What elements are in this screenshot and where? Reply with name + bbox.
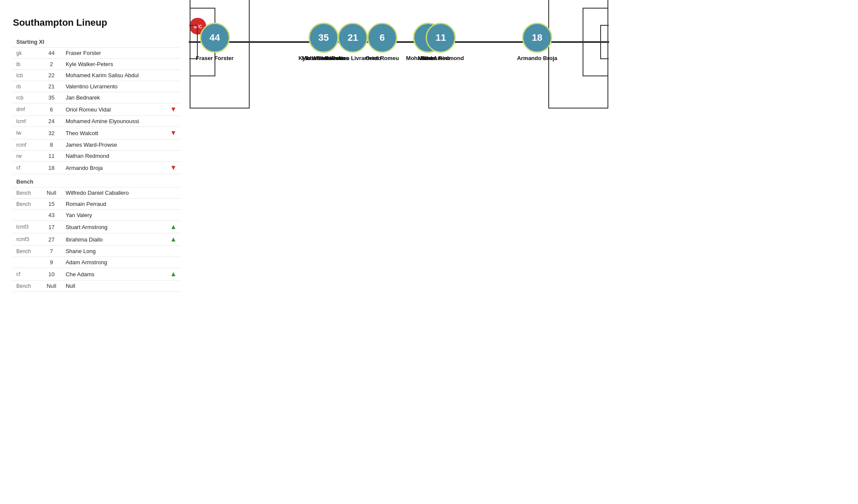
- lineup-table: Starting XIgk44Fraser Forsterlb2Kyle Wal…: [13, 34, 180, 292]
- player-status-icon: ▲: [166, 221, 180, 233]
- player-node-armando: 18Armando Broja: [517, 23, 557, 61]
- player-name: Valentino Livramento: [62, 81, 166, 92]
- player-name: Mohamed Karim Salisu Abdul: [62, 70, 166, 81]
- player-role: lcmf: [13, 116, 41, 127]
- player-role: lcmf3: [13, 221, 41, 233]
- player-name: Jan Bednarek: [62, 92, 166, 103]
- table-row: 43Yan Valery: [13, 210, 180, 221]
- player-status-icon: [166, 257, 180, 268]
- table-row: lcmf317Stuart Armstrong▲: [13, 221, 180, 233]
- arrow-up-icon: ▲: [170, 270, 177, 278]
- player-role: cf: [13, 162, 41, 174]
- player-number: 2: [41, 59, 62, 70]
- player-name: Ibrahima Diallo: [62, 233, 166, 246]
- table-row: lcb22Mohamed Karim Salisu Abdul: [13, 70, 180, 81]
- player-name: Kyle Walker-Peters: [62, 59, 166, 70]
- player-role: rcmf3: [13, 233, 41, 246]
- player-status-icon: ▲: [166, 268, 180, 281]
- player-status-icon: [166, 92, 180, 103]
- player-name: Null: [62, 281, 166, 292]
- player-role: [13, 210, 41, 221]
- player-name-label: Nathan Redmond: [418, 55, 464, 61]
- player-status-icon: ▲: [166, 233, 180, 246]
- player-name: Armando Broja: [62, 162, 166, 174]
- player-number: 24: [41, 116, 62, 127]
- player-role: [13, 257, 41, 268]
- player-status-icon: [166, 281, 180, 292]
- player-number: 22: [41, 70, 62, 81]
- section-label: Bench: [13, 174, 180, 187]
- table-row: dmf6Oriol Romeu Vidal▼: [13, 103, 180, 116]
- table-row: rcmf8James Ward-Prowse: [13, 139, 180, 151]
- panel-title: Southampton Lineup: [13, 17, 180, 28]
- player-status-icon: ▼: [166, 103, 180, 116]
- player-circle: 11: [426, 23, 456, 53]
- player-status-icon: [166, 48, 180, 59]
- lineup-panel: Southampton Lineup Starting XIgk44Fraser…: [13, 17, 180, 292]
- player-role: rb: [13, 81, 41, 92]
- player-number: Null: [41, 281, 62, 292]
- player-role: cf: [13, 268, 41, 281]
- player-number: 6: [41, 103, 62, 116]
- table-row: cf18Armando Broja▼: [13, 162, 180, 174]
- player-status-icon: [166, 151, 180, 162]
- player-node-valentino: 21Valentino Livramento: [325, 23, 381, 61]
- player-name: Nathan Redmond: [62, 151, 166, 162]
- player-role: rcmf: [13, 139, 41, 151]
- player-role: lw: [13, 127, 41, 139]
- player-status-icon: [166, 246, 180, 257]
- player-number: 32: [41, 127, 62, 139]
- player-role: rw: [13, 151, 41, 162]
- table-row: gk44Fraser Forster: [13, 48, 180, 59]
- player-status-icon: [166, 187, 180, 199]
- player-node-nathan: 11Nathan Redmond: [418, 23, 464, 61]
- player-status-icon: ▼: [166, 162, 180, 174]
- arrow-down-icon: ▼: [170, 129, 177, 136]
- player-role: gk: [13, 48, 41, 59]
- player-name: Oriol Romeu Vidal: [62, 103, 166, 116]
- player-status-icon: [166, 210, 180, 221]
- right-goal: [600, 25, 609, 59]
- player-number: 21: [41, 81, 62, 92]
- formation-panel: SFC 44Fraser Forster2Kyle Walker-Peters3…: [189, 17, 845, 43]
- player-number: 18: [41, 162, 62, 174]
- table-row: lcmf24Mohamed Amine Elyounoussi: [13, 116, 180, 127]
- player-name: Romain Perraud: [62, 199, 166, 210]
- player-status-icon: [166, 139, 180, 151]
- table-row: Bench7Shane Long: [13, 246, 180, 257]
- player-node-fraser: 44Fraser Forster: [196, 23, 233, 61]
- table-row: lb2Kyle Walker-Peters: [13, 59, 180, 70]
- player-name: Theo Walcott: [62, 127, 166, 139]
- table-row: rcb35Jan Bednarek: [13, 92, 180, 103]
- table-row: BenchNullNull: [13, 281, 180, 292]
- player-number: 10: [41, 268, 62, 281]
- player-status-icon: [166, 70, 180, 81]
- table-row: rw11Nathan Redmond: [13, 151, 180, 162]
- section-label: Starting XI: [13, 34, 180, 48]
- player-number: 43: [41, 210, 62, 221]
- player-role: lb: [13, 59, 41, 70]
- player-name: Mohamed Amine Elyounoussi: [62, 116, 166, 127]
- player-status-icon: [166, 199, 180, 210]
- player-number: 15: [41, 199, 62, 210]
- player-number: 9: [41, 257, 62, 268]
- player-name: James Ward-Prowse: [62, 139, 166, 151]
- player-status-icon: [166, 116, 180, 127]
- player-number: 11: [41, 151, 62, 162]
- arrow-up-icon: ▲: [170, 235, 177, 243]
- player-name: Che Adams: [62, 268, 166, 281]
- player-role: rcb: [13, 92, 41, 103]
- player-circle: 44: [200, 23, 230, 53]
- player-circle: 21: [338, 23, 368, 53]
- player-role: Bench: [13, 246, 41, 257]
- table-row: rcmf327Ibrahima Diallo▲: [13, 233, 180, 246]
- player-name: Shane Long: [62, 246, 166, 257]
- table-row: BenchNullWilfredo Daniel Caballero: [13, 187, 180, 199]
- player-status-icon: [166, 81, 180, 92]
- player-name-label: Armando Broja: [517, 55, 557, 61]
- table-row: Bench15Romain Perraud: [13, 199, 180, 210]
- player-role: Bench: [13, 199, 41, 210]
- arrow-down-icon: ▼: [170, 106, 177, 113]
- player-role: lcb: [13, 70, 41, 81]
- player-role: dmf: [13, 103, 41, 116]
